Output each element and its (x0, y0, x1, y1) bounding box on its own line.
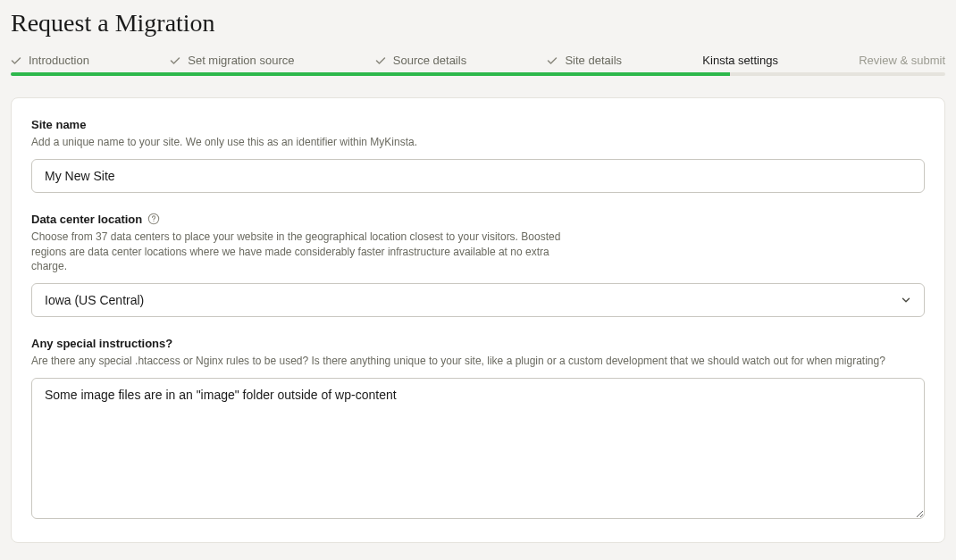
check-icon (375, 55, 386, 66)
step-label: Site details (565, 54, 622, 67)
instructions-label: Any special instructions? (31, 337, 925, 350)
stepper: Introduction Set migration source Source… (0, 54, 956, 72)
step-label: Introduction (29, 54, 89, 67)
data-center-hint: Choose from 37 data centers to place you… (31, 230, 585, 274)
check-icon (11, 55, 21, 66)
data-center-select[interactable]: Iowa (US Central) (31, 283, 925, 317)
check-icon (170, 55, 180, 66)
data-center-label: Data center location (31, 213, 142, 226)
site-name-hint: Add a unique name to your site. We only … (31, 135, 889, 150)
step-site-details[interactable]: Site details (547, 54, 622, 67)
svg-point-1 (154, 221, 155, 222)
site-name-label: Site name (31, 118, 925, 131)
step-source-details[interactable]: Source details (375, 54, 466, 67)
step-kinsta-settings[interactable]: Kinsta settings (702, 54, 778, 67)
form-card: Site name Add a unique name to your site… (11, 97, 945, 543)
step-label: Kinsta settings (702, 54, 778, 67)
step-label: Set migration source (188, 54, 294, 67)
site-name-input[interactable] (31, 159, 925, 193)
step-set-migration-source[interactable]: Set migration source (170, 54, 294, 67)
page-title: Request a Migration (0, 0, 956, 54)
instructions-hint: Are there any special .htaccess or Nginx… (31, 354, 889, 369)
field-data-center: Data center location Choose from 37 data… (31, 213, 925, 317)
step-label: Review & submit (859, 54, 945, 67)
help-icon[interactable] (147, 213, 160, 225)
field-site-name: Site name Add a unique name to your site… (31, 118, 925, 193)
instructions-textarea[interactable] (31, 378, 925, 519)
field-instructions: Any special instructions? Are there any … (31, 337, 925, 522)
step-review-submit[interactable]: Review & submit (859, 54, 945, 67)
check-icon (547, 55, 558, 66)
stepper-progress-track (11, 72, 945, 76)
step-label: Source details (393, 54, 466, 67)
step-introduction[interactable]: Introduction (11, 54, 89, 67)
stepper-progress-fill (11, 72, 730, 76)
